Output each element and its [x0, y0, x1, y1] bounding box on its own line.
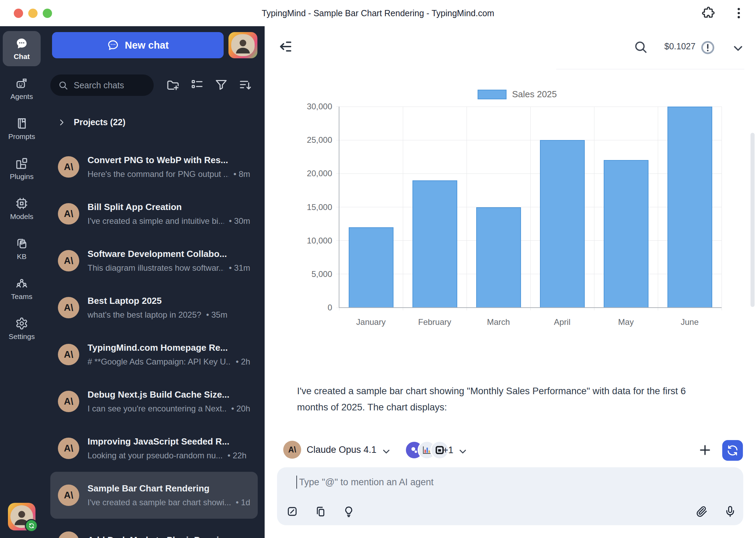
anthropic-logo-icon: A\ — [58, 203, 79, 225]
alert-circle-icon[interactable] — [700, 40, 715, 55]
chat-title: Bill Split App Creation — [88, 202, 250, 212]
lightbulb-icon[interactable] — [343, 505, 355, 518]
anthropic-logo-icon: A\ — [58, 391, 79, 412]
projects-header[interactable]: Projects (22) — [57, 117, 125, 127]
chat-preview: Looking at your pseudo-random nu... — [88, 451, 223, 460]
nav-label-models: Models — [10, 212, 33, 221]
nav-item-teams[interactable]: Teams — [3, 271, 41, 306]
close-button[interactable] — [14, 9, 23, 18]
chat-list-item[interactable]: A\ Software Development Collabo... This … — [50, 237, 258, 284]
legend-label: Sales 2025 — [512, 89, 557, 100]
anthropic-logo-icon: A\ — [58, 344, 79, 365]
notebook-icon — [15, 117, 28, 130]
regenerate-button[interactable] — [722, 440, 743, 461]
nav-label-kb: KB — [17, 252, 27, 261]
zoom-button[interactable] — [43, 9, 52, 18]
gridline-h — [336, 140, 722, 140]
chart-legend[interactable]: Sales 2025 — [313, 89, 722, 100]
plugins-selector[interactable] — [405, 441, 449, 459]
chat-list-item-selected[interactable]: A\ Sample Bar Chart Rendering I've creat… — [50, 472, 258, 519]
user-avatar[interactable] — [8, 503, 35, 530]
chat-preview: # **Google Ads Campaign: API Key U... — [88, 357, 231, 367]
nav-item-models[interactable]: Models — [3, 191, 41, 226]
chevron-down-icon[interactable] — [731, 41, 746, 56]
window-titlebar: TypingMind - Sample Bar Chart Rendering … — [0, 0, 756, 26]
scrollbar-thumb[interactable] — [750, 133, 755, 307]
legend-swatch — [478, 90, 507, 99]
nav-label-settings: Settings — [9, 332, 35, 341]
y-axis-label: 25,000 — [292, 135, 332, 145]
chat-list-item[interactable]: A\ Convert PNG to WebP with Res... Here'… — [50, 143, 258, 190]
sort-descending-icon[interactable] — [238, 78, 252, 92]
nav-rail: Chat Agents Prompts — [0, 26, 43, 538]
chart-bar-april — [540, 140, 585, 307]
message-search-icon[interactable] — [633, 39, 648, 54]
minimize-button[interactable] — [28, 9, 38, 18]
extensions-puzzle-icon[interactable] — [702, 6, 715, 20]
model-avatar-anthropic-icon[interactable]: A\ — [283, 441, 301, 459]
y-axis-label: 10,000 — [292, 236, 332, 246]
cpu-chip-icon — [15, 197, 28, 210]
gridline-h — [336, 173, 722, 174]
new-folder-icon[interactable] — [166, 78, 180, 92]
y-tick — [336, 308, 339, 308]
robot-icon — [15, 77, 28, 90]
nav-item-settings[interactable]: Settings — [3, 311, 41, 346]
nav-item-plugins[interactable]: Plugins — [3, 151, 41, 186]
anthropic-logo-icon: A\ — [58, 250, 79, 271]
chat-title: TypingMind.com Homepage Re... — [88, 342, 250, 353]
microphone-icon[interactable] — [724, 505, 736, 518]
x-axis-line — [339, 307, 722, 308]
nav-item-prompts[interactable]: Prompts — [3, 111, 41, 146]
chat-list-item[interactable]: A\ Add Dark Mode to PluginPermi... — [50, 519, 258, 538]
gridline-h — [336, 240, 722, 241]
edit-canvas-icon[interactable] — [286, 505, 298, 518]
chat-list-item[interactable]: A\ Debug Next.js Build Cache Size... I c… — [50, 378, 258, 425]
window-title: TypingMind - Sample Bar Chart Rendering … — [103, 0, 653, 26]
plugins-chevron-down-icon[interactable] — [457, 446, 469, 457]
paperclip-icon[interactable] — [696, 505, 708, 518]
new-chat-button[interactable]: New chat — [52, 32, 224, 58]
chart-bar-june — [667, 107, 712, 307]
search-chats-input[interactable] — [73, 80, 146, 91]
model-chevron-down-icon[interactable] — [380, 446, 392, 457]
collapse-sidebar-icon[interactable] — [278, 39, 294, 54]
search-chats-box — [50, 74, 154, 96]
add-icon[interactable] — [697, 442, 713, 458]
nav-label-prompts: Prompts — [8, 132, 35, 141]
chat-list-item[interactable]: A\ Bill Split App Creation I've created … — [50, 190, 258, 237]
account-avatar[interactable] — [228, 32, 257, 58]
list-view-icon[interactable] — [190, 78, 204, 92]
x-axis-label-june: June — [658, 317, 722, 327]
anthropic-logo-icon: A\ — [58, 485, 79, 506]
account-photo — [231, 34, 255, 56]
message-input[interactable] — [298, 474, 679, 490]
chat-list-item[interactable]: A\ Improving JavaScript Seeded R... Look… — [50, 425, 258, 472]
assistant-message: I've created a sample bar chart showing … — [297, 383, 719, 415]
chat-list-panel: New chat — [43, 26, 265, 538]
y-axis-label: 15,000 — [292, 202, 332, 212]
gridline-h — [336, 207, 722, 207]
nav-item-agents[interactable]: Agents — [3, 71, 41, 106]
nav-item-kb[interactable]: KB — [3, 231, 41, 266]
gridline-v — [722, 107, 722, 310]
gridline-h — [336, 274, 722, 274]
chat-title: Convert PNG to WebP with Res... — [88, 155, 250, 166]
model-selector[interactable]: Claude Opus 4.1 — [307, 445, 377, 455]
kebab-menu-icon[interactable] — [732, 6, 746, 20]
nav-item-chat[interactable]: Chat — [3, 31, 41, 66]
y-axis-label: 5,000 — [292, 269, 332, 279]
usage-cost[interactable]: $0.1027 — [664, 41, 695, 51]
x-axis-label-april: April — [530, 317, 594, 327]
filter-funnel-icon[interactable] — [214, 78, 228, 92]
copy-pages-icon[interactable] — [314, 505, 327, 518]
x-axis-label-march: March — [467, 317, 530, 327]
chat-list-item[interactable]: A\ Best Laptop 2025 what's the best lapt… — [50, 284, 258, 331]
new-chat-bubble-icon — [107, 39, 119, 51]
chat-list-item[interactable]: A\ TypingMind.com Homepage Re... # **Goo… — [50, 331, 258, 378]
chart-bar-may — [604, 160, 648, 307]
people-icon — [15, 277, 28, 290]
y-axis-label: 0 — [292, 302, 332, 313]
plugins-overflow-count: +1 — [443, 445, 453, 456]
nav-label-chat: Chat — [14, 52, 30, 61]
